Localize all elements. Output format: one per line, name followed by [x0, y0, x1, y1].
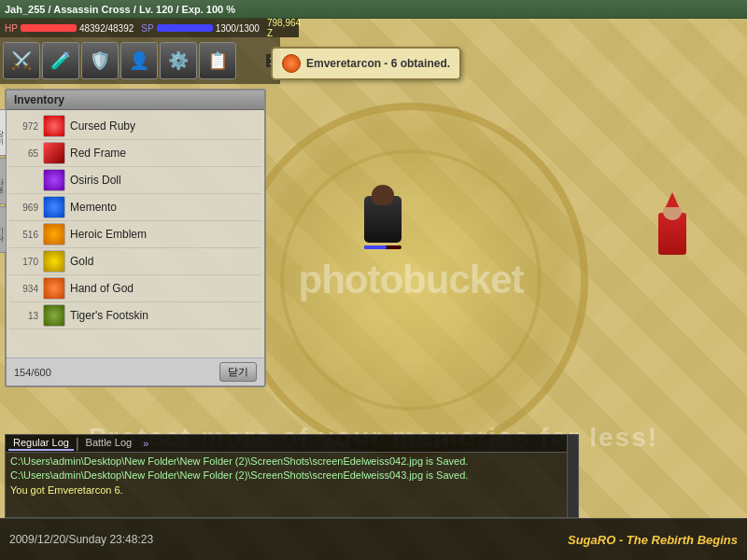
item-count: 969 — [12, 203, 38, 213]
inventory-close-button[interactable]: 닫기 — [219, 362, 257, 382]
action-btn-6[interactable]: 📋 — [199, 42, 236, 79]
player-info: Jah_255 / Assassin Cross / Lv. 120 / Exp… — [5, 4, 235, 15]
game-logo: SugaRO - The Rebirth Begins — [568, 533, 738, 547]
item-name: Gold — [70, 255, 93, 268]
action-bar: ⚔️ 🧪 🛡️ 👤 ⚙️ 📋 1 — [0, 37, 280, 84]
list-item[interactable]: 934 Hand of God — [9, 275, 261, 302]
hand-of-god-icon — [43, 277, 65, 300]
action-btn-1[interactable]: ⚔️ — [3, 42, 40, 79]
red-frame-icon — [43, 142, 65, 164]
npc-body — [658, 213, 686, 255]
item-name: Hand of God — [70, 282, 134, 295]
sp-bar-fill — [157, 24, 213, 32]
action-btn-4[interactable]: 👤 — [120, 42, 158, 79]
floor-circle — [233, 103, 588, 457]
item-count: 170 — [12, 257, 38, 267]
inventory-tabs: 장비 사용 기타 — [0, 109, 7, 253]
item-icon — [282, 54, 301, 73]
action-btn-5[interactable]: ⚙️ — [160, 42, 197, 79]
item-count: 516 — [12, 230, 38, 240]
hp-value: 48392/48392 — [79, 23, 134, 34]
inventory-capacity: 154/600 — [14, 367, 51, 378]
npc-sprite — [658, 213, 700, 278]
top-bar: Jah_255 / Assassin Cross / Lv. 120 / Exp… — [0, 0, 747, 19]
player-character — [355, 187, 411, 261]
item-name: Memento — [70, 201, 117, 214]
hp-bar-fill — [21, 24, 77, 32]
item-name: Cursed Ruby — [70, 119, 135, 133]
list-item[interactable]: 13 Tiger's Footskin — [9, 302, 261, 329]
sp-value: 1300/1300 — [216, 23, 260, 34]
list-item[interactable]: 972 Cursed Ruby — [9, 113, 261, 140]
memento-icon — [43, 196, 65, 218]
log-tab-battle[interactable]: Battle Log — [81, 436, 137, 451]
item-name: Red Frame — [70, 147, 126, 160]
zeny-stat: 798,964 Z — [267, 18, 301, 38]
action-btn-3[interactable]: 🛡️ — [81, 42, 119, 79]
log-line: C:\Users\admin\Desktop\New Folder\New Fo… — [10, 455, 573, 469]
gold-icon — [43, 250, 65, 273]
item-count: 13 — [12, 311, 38, 321]
list-item[interactable]: Osiris Doll — [9, 167, 261, 194]
tigers-footskin-icon — [43, 304, 65, 327]
hp-bar — [21, 24, 77, 32]
list-item[interactable]: 65 Red Frame — [9, 140, 261, 167]
character-sprite — [355, 187, 411, 261]
log-expand-icon[interactable]: » — [143, 438, 148, 449]
stats-bar: HP 48392/48392 SP 1300/1300 798,964 Z — [0, 19, 299, 37]
item-name: Tiger's Footskin — [70, 309, 148, 322]
hp-stat: HP 48392/48392 — [5, 23, 134, 34]
npc-character — [658, 205, 700, 278]
log-line-highlight: You got Emveretarcon 6. — [10, 483, 573, 497]
log-area: Regular Log | Battle Log » C:\Users\admi… — [5, 434, 579, 518]
character-body — [364, 196, 402, 243]
floor-circle-inner — [280, 149, 542, 411]
inventory-window: Inventory 장비 사용 기타 972 Cursed Ruby 65 Re… — [5, 89, 266, 387]
log-scrollbar[interactable] — [567, 435, 578, 517]
zeny-value: 798,964 Z — [267, 18, 301, 38]
list-item[interactable]: 516 Heroic Emblem — [9, 221, 261, 248]
item-count: 934 — [12, 284, 38, 294]
notification-popup: Emveretarcon - 6 obtained. — [271, 47, 461, 80]
inventory-footer: 154/600 닫기 — [7, 357, 264, 385]
character-head — [372, 185, 394, 205]
inventory-tab-misc[interactable]: 기타 — [0, 206, 7, 253]
character-hp-fill — [364, 245, 387, 249]
sp-bar — [157, 24, 213, 32]
heroic-emblem-icon — [43, 223, 65, 245]
log-content: C:\Users\admin\Desktop\New Folder\New Fo… — [6, 453, 578, 499]
inventory-title: Inventory — [7, 91, 264, 110]
status-bar: 2009/12/20/Sunday 23:48:23 SugaRO - The … — [0, 518, 747, 560]
list-item[interactable]: 170 Gold — [9, 248, 261, 275]
item-count: 65 — [12, 148, 38, 159]
character-hp-bar — [364, 245, 402, 249]
item-count: 972 — [12, 121, 38, 132]
osiris-doll-icon — [43, 169, 65, 191]
inventory-tab-use[interactable]: 사용 — [0, 158, 7, 204]
datetime: 2009/12/20/Sunday 23:48:23 — [9, 533, 153, 546]
log-line: C:\Users\admin\Desktop\New Folder\New Fo… — [10, 469, 573, 483]
action-btn-2[interactable]: 🧪 — [42, 42, 79, 79]
log-tabs: Regular Log | Battle Log » — [6, 435, 578, 453]
notification-text: Emveretarcon - 6 obtained. — [306, 57, 450, 70]
inventory-content[interactable]: 972 Cursed Ruby 65 Red Frame Osiris Doll… — [7, 110, 264, 357]
item-name: Osiris Doll — [70, 174, 121, 187]
item-name: Heroic Emblem — [70, 228, 147, 241]
cursed-ruby-icon — [43, 115, 65, 137]
sp-stat: SP 1300/1300 — [141, 23, 260, 34]
log-tab-regular[interactable]: Regular Log — [8, 436, 74, 451]
list-item[interactable]: 969 Memento — [9, 194, 261, 221]
inventory-tab-equipment[interactable]: 장비 — [0, 109, 7, 156]
